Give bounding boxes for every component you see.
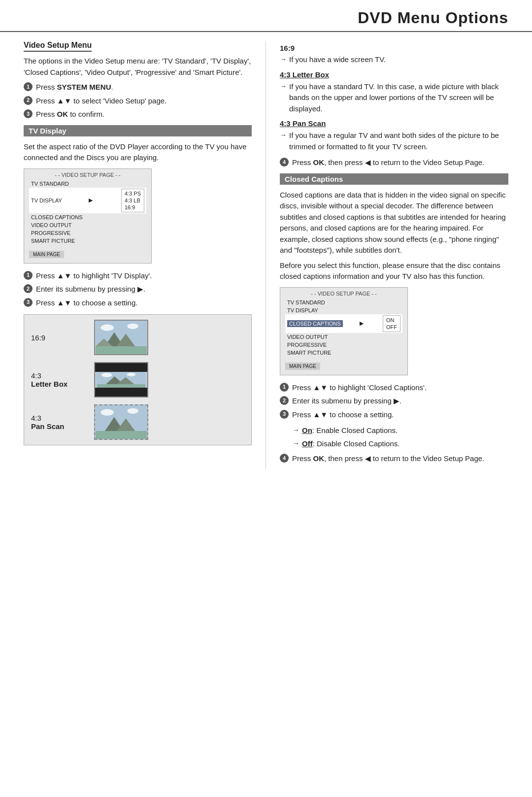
arrow-sym-43ps: → bbox=[280, 130, 287, 140]
cc-row-progressive: PROGRESSIVE bbox=[285, 341, 402, 349]
tv-display-step-1: 1 Press ▲▼ to highlight 'TV Display'. bbox=[24, 270, 252, 282]
step-1: 1 Press SYSTEM MENU. bbox=[24, 82, 252, 93]
submenu-43ps: 4:3 PS bbox=[125, 190, 141, 197]
cc-step-1-text: Press ▲▼ to highlight 'Closed Captions'. bbox=[292, 382, 508, 394]
arrow-sym-43lb: → bbox=[280, 81, 287, 92]
right-step4-list: 4 Press OK, then press ◀ to return to th… bbox=[280, 157, 508, 168]
menu-row-smartpicture: SMART PICTURE bbox=[29, 237, 146, 245]
cc-on: ON bbox=[386, 317, 397, 324]
bullet-169-text: If you have a wide screen TV. bbox=[289, 54, 386, 66]
option-label-169: 16:9 bbox=[31, 333, 90, 342]
step-1-text: Press SYSTEM MENU. bbox=[36, 82, 252, 93]
video-setup-menu-title: Video Setup Menu bbox=[24, 41, 92, 52]
step-3: 3 Press OK to confirm. bbox=[24, 109, 252, 120]
main-page-btn: MAIN PAGE bbox=[29, 251, 64, 258]
tv-display-step-2-text: Enter its submenu by pressing ▶. bbox=[36, 284, 252, 295]
option-row-169: 16:9 bbox=[31, 320, 244, 355]
system-menu-bold: SYSTEM MENU bbox=[57, 83, 111, 91]
tv-display-desc: Set the aspect ratio of the DVD Player a… bbox=[24, 141, 252, 164]
on-label: On bbox=[302, 426, 312, 434]
screen-title-1: - - VIDEO SETUP PAGE - - bbox=[29, 172, 146, 178]
svg-rect-16 bbox=[96, 431, 147, 439]
right-step-4-text: Press OK, then press ◀ to return to the … bbox=[292, 157, 508, 168]
cc-step-2: 2 Enter its submenu by pressing ▶. bbox=[280, 396, 508, 407]
step-num-cc1: 1 bbox=[280, 383, 289, 392]
step-num-1: 1 bbox=[24, 82, 33, 91]
step-num-r4: 4 bbox=[280, 158, 289, 166]
step-num-cc3: 3 bbox=[280, 410, 289, 419]
tv-display-submenu: 4:3 PS 4:3 LB 16:9 bbox=[121, 189, 144, 212]
cc-step-1: 1 Press ▲▼ to highlight 'Closed Captions… bbox=[280, 382, 508, 394]
tv-preview-169 bbox=[94, 320, 148, 355]
cc-step-4-text: Press OK, then press ◀ to return to the … bbox=[292, 453, 508, 465]
heading-43ps: 4:3 Pan Scan bbox=[280, 119, 508, 128]
step-num-d1: 1 bbox=[24, 271, 33, 280]
mountain-svg-lb bbox=[95, 372, 147, 388]
off-label: Off bbox=[302, 439, 313, 448]
label-169: 16:9 bbox=[31, 333, 45, 342]
tv-display-arrow: ▶ bbox=[89, 197, 93, 203]
main-content: Video Setup Menu The options in the Vide… bbox=[0, 41, 532, 469]
cc-step-2-text: Enter its submenu by pressing ▶. bbox=[292, 396, 508, 407]
cc-submenu: ON OFF bbox=[383, 315, 400, 332]
menu-row-closedcaptions: CLOSED CAPTIONS bbox=[29, 213, 146, 221]
svg-rect-4 bbox=[96, 346, 147, 354]
tv-display-steps: 1 Press ▲▼ to highlight 'TV Display'. 2 … bbox=[24, 270, 252, 309]
svg-rect-10 bbox=[97, 384, 145, 388]
tv-display-step-3-text: Press ▲▼ to choose a setting. bbox=[36, 298, 252, 309]
arrow-sym-169: → bbox=[280, 54, 287, 65]
cc-label: CLOSED CAPTIONS bbox=[287, 320, 343, 327]
label-43lb-2: Letter Box bbox=[31, 380, 90, 388]
arrow-sym-on: → bbox=[293, 425, 299, 435]
video-setup-menu-intro: The options in the Video Setup menu are:… bbox=[24, 56, 252, 78]
bullet-43ps-text: If you have a regular TV and want both s… bbox=[289, 130, 508, 152]
video-setup-screen-mockup: - - VIDEO SETUP PAGE - - TV STANDARD TV … bbox=[24, 168, 152, 264]
cc-main-page-btn: MAIN PAGE bbox=[285, 363, 320, 370]
svg-point-18 bbox=[127, 408, 138, 414]
ok-bold-1: OK bbox=[57, 110, 68, 118]
menu-row-tvstandard: TV STANDARD bbox=[29, 180, 146, 188]
submenu-43lb: 4:3 LB bbox=[125, 197, 141, 204]
label-43ps-1: 4:3 bbox=[31, 414, 90, 422]
bullet-169: → If you have a wide screen TV. bbox=[280, 54, 508, 66]
bullet-43lb-text: If you have a standard TV. In this case,… bbox=[289, 81, 508, 115]
closed-captions-screen-mockup: - - VIDEO SETUP PAGE - - TV STANDARD TV … bbox=[280, 287, 408, 375]
option-label-43ps: 4:3 Pan Scan bbox=[31, 414, 90, 431]
svg-point-5 bbox=[100, 325, 113, 331]
cc-bullet-off-text: Off: Disable Closed Captions. bbox=[302, 438, 399, 450]
tv-display-label: TV DISPLAY bbox=[31, 198, 62, 203]
step-2: 2 Press ▲▼ to select 'Video Setup' page. bbox=[24, 96, 252, 107]
closed-captions-bar: Closed Captions bbox=[280, 173, 508, 185]
tv-display-bar: TV Display bbox=[24, 125, 252, 136]
option-row-43ps: 4:3 Pan Scan bbox=[31, 404, 244, 440]
bullet-43ps: → If you have a regular TV and want both… bbox=[280, 130, 508, 152]
cc-row-closedcaptions: CLOSED CAPTIONS ▶ ON OFF bbox=[285, 314, 402, 333]
step-num-cc2: 2 bbox=[280, 396, 289, 405]
ok-bold-r4: OK bbox=[313, 158, 325, 166]
closed-captions-desc1: Closed captions are data that is hidden … bbox=[280, 190, 508, 256]
video-setup-steps: 1 Press SYSTEM MENU. 2 Press ▲▼ to selec… bbox=[24, 82, 252, 120]
page-header: DVD Menu Options bbox=[0, 0, 532, 32]
cc-bullet-on-text: On: Enable Closed Captions. bbox=[302, 425, 398, 436]
option-label-43lb: 4:3 Letter Box bbox=[31, 371, 90, 388]
tv-display-step-3: 3 Press ▲▼ to choose a setting. bbox=[24, 298, 252, 309]
label-43ps-2: Pan Scan bbox=[31, 422, 90, 431]
step-num-d3: 3 bbox=[24, 298, 33, 307]
mountain-svg-169 bbox=[95, 321, 147, 354]
right-column: 16:9 → If you have a wide screen TV. 4:3… bbox=[266, 41, 532, 469]
ok-bold-cc4: OK bbox=[313, 454, 325, 463]
cc-step-3-text: Press ▲▼ to choose a setting. bbox=[292, 409, 508, 421]
right-step-4: 4 Press OK, then press ◀ to return to th… bbox=[280, 157, 508, 168]
svg-point-12 bbox=[127, 373, 136, 376]
menu-row-videooutput: VIDEO OUTPUT bbox=[29, 221, 146, 229]
tv-display-step-2: 2 Enter its submenu by pressing ▶. bbox=[24, 284, 252, 295]
cc-step-3: 3 Press ▲▼ to choose a setting. bbox=[280, 409, 508, 421]
cc-row-smartpicture: SMART PICTURE bbox=[285, 349, 402, 357]
tv-display-step-1-text: Press ▲▼ to highlight 'TV Display'. bbox=[36, 270, 252, 282]
cc-row-tvdisplay: TV DISPLAY bbox=[285, 306, 402, 314]
step-num-d2: 2 bbox=[24, 284, 33, 293]
mountain-svg-ps bbox=[95, 405, 147, 439]
step-num-3: 3 bbox=[24, 109, 33, 118]
left-column: Video Setup Menu The options in the Vide… bbox=[0, 41, 266, 469]
cc-row-videooutput: VIDEO OUTPUT bbox=[285, 333, 402, 341]
